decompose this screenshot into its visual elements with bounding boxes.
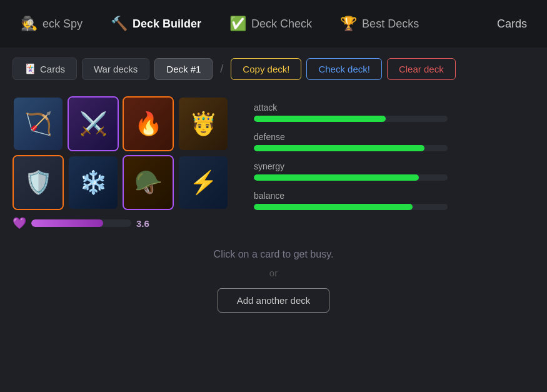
war-decks-label: War decks bbox=[94, 64, 138, 74]
nav-item-deck-builder[interactable]: 🔨 Deck Builder bbox=[96, 0, 215, 48]
elixir-value: 3.6 bbox=[136, 218, 149, 229]
stat-row-synergy: synergy bbox=[254, 161, 534, 181]
copy-deck-label: Copy deck! bbox=[243, 64, 289, 74]
card-inner-1: 🏹 bbox=[14, 98, 63, 150]
cards-tab-label: Cards bbox=[40, 64, 65, 74]
card-slot-6[interactable]: ❄️ bbox=[68, 155, 119, 210]
deck-spy-icon: 🕵️ bbox=[20, 15, 38, 33]
check-deck-button[interactable]: Check deck! bbox=[306, 58, 382, 80]
elixir-bar-bg bbox=[31, 219, 131, 227]
war-decks-button[interactable]: War decks bbox=[82, 58, 149, 80]
card-slot-8[interactable]: ⚡ bbox=[178, 155, 229, 210]
card-slot-7[interactable]: 🪖 bbox=[123, 155, 174, 210]
card-inner-7: 🪖 bbox=[124, 156, 173, 209]
card-slot-1[interactable]: 🏹 bbox=[13, 96, 64, 151]
card-inner-5: 🛡️ bbox=[14, 156, 63, 209]
deck-builder-icon: 🔨 bbox=[110, 15, 128, 33]
cards-tab-icon: 🃏 bbox=[24, 63, 36, 74]
nav-label-deck-builder: Deck Builder bbox=[133, 18, 201, 31]
nav-item-deck-spy[interactable]: 🕵️ eck Spy bbox=[6, 0, 96, 48]
elixir-row: 💜 3.6 bbox=[13, 216, 229, 230]
add-deck-button[interactable]: Add another deck bbox=[218, 288, 330, 313]
card-inner-4: 🤴 bbox=[179, 98, 228, 150]
stat-bar-bg-attack bbox=[254, 116, 448, 122]
clear-deck-button[interactable]: Clear deck bbox=[387, 58, 456, 80]
check-deck-label: Check deck! bbox=[318, 64, 370, 74]
stat-row-defense: defense bbox=[254, 132, 534, 151]
nav-item-cards[interactable]: Cards bbox=[483, 0, 541, 48]
card-inner-8: ⚡ bbox=[179, 156, 228, 209]
stat-bar-bg-synergy bbox=[254, 174, 448, 181]
stat-label-balance: balance bbox=[254, 191, 534, 201]
stat-row-balance: balance bbox=[254, 191, 534, 210]
main-content: 🏹 ⚔️ 🔥 🤴 🛡️ ❄️ 🪖 ⚡ bbox=[0, 90, 547, 236]
card-inner-6: ❄️ bbox=[69, 156, 118, 209]
nav-item-best-decks[interactable]: 🏆 Best Decks bbox=[326, 0, 433, 48]
stat-bar-fill-synergy bbox=[254, 174, 419, 181]
add-deck-label: Add another deck bbox=[237, 295, 311, 306]
deck-button[interactable]: Deck #1 bbox=[154, 58, 213, 80]
sub-nav: 🃏 Cards War decks Deck #1 / Copy deck! C… bbox=[0, 48, 547, 90]
nav-label-best-decks: Best Decks bbox=[362, 18, 419, 31]
nav-label-deck-spy: eck Spy bbox=[43, 18, 83, 31]
cards-grid: 🏹 ⚔️ 🔥 🤴 🛡️ ❄️ 🪖 ⚡ bbox=[13, 96, 229, 210]
stat-row-attack: attack bbox=[254, 103, 534, 122]
card-slot-4[interactable]: 🤴 bbox=[178, 96, 229, 151]
card-slot-5[interactable]: 🛡️ bbox=[13, 155, 64, 210]
breadcrumb-separator: / bbox=[218, 63, 226, 76]
elixir-bar-fill bbox=[31, 219, 103, 227]
lower-section: Click on a card to get busy. or Add anot… bbox=[0, 236, 547, 319]
elixir-icon: 💜 bbox=[13, 216, 26, 230]
click-hint-text: Click on a card to get busy. bbox=[0, 249, 547, 260]
card-inner-2: ⚔️ bbox=[69, 98, 118, 150]
stat-label-defense: defense bbox=[254, 132, 534, 142]
stat-label-attack: attack bbox=[254, 103, 534, 113]
nav-bar: 🕵️ eck Spy 🔨 Deck Builder ✅ Deck Check 🏆… bbox=[0, 0, 547, 48]
stats-panel: attack defense synergy balance bbox=[254, 96, 534, 230]
deck-label: Deck #1 bbox=[166, 64, 201, 74]
nav-label-cards: Cards bbox=[497, 18, 527, 31]
deck-section: 🏹 ⚔️ 🔥 🤴 🛡️ ❄️ 🪖 ⚡ bbox=[13, 96, 229, 230]
best-decks-icon: 🏆 bbox=[339, 15, 357, 33]
stat-bar-fill-attack bbox=[254, 116, 386, 122]
stat-bar-bg-defense bbox=[254, 145, 448, 151]
nav-label-deck-check: Deck Check bbox=[251, 18, 312, 31]
nav-item-deck-check[interactable]: ✅ Deck Check bbox=[215, 0, 326, 48]
stat-bar-bg-balance bbox=[254, 204, 448, 210]
card-slot-3[interactable]: 🔥 bbox=[123, 96, 174, 151]
or-text: or bbox=[0, 268, 547, 278]
stat-bar-fill-defense bbox=[254, 145, 424, 151]
stat-label-synergy: synergy bbox=[254, 161, 534, 171]
clear-deck-label: Clear deck bbox=[399, 64, 444, 74]
deck-check-icon: ✅ bbox=[229, 15, 246, 33]
copy-deck-button[interactable]: Copy deck! bbox=[231, 58, 301, 80]
card-slot-2[interactable]: ⚔️ bbox=[68, 96, 119, 151]
card-inner-3: 🔥 bbox=[124, 98, 173, 150]
cards-tab-button[interactable]: 🃏 Cards bbox=[13, 58, 77, 80]
stat-bar-fill-balance bbox=[254, 204, 413, 210]
